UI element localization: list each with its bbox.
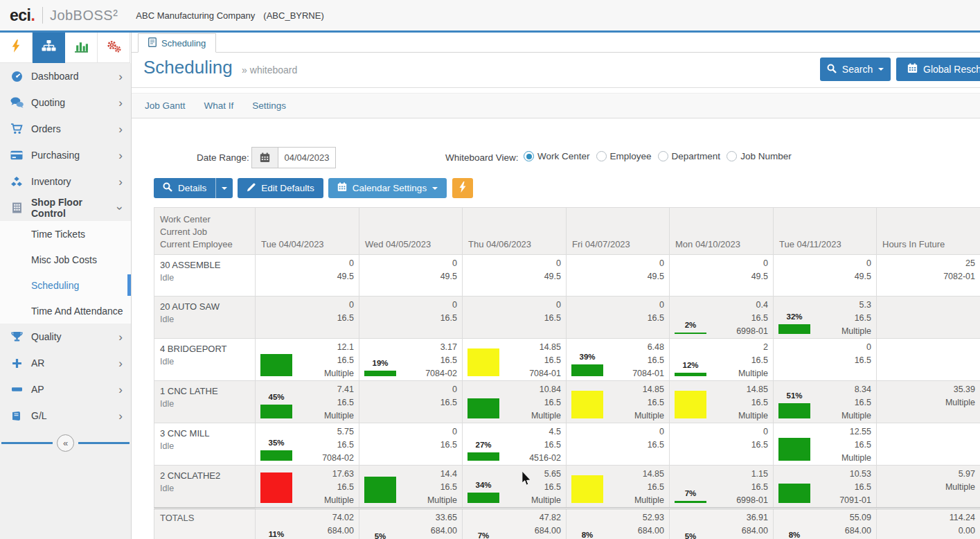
sidebar-item-shop-floor-control[interactable]: Shop Floor Control› xyxy=(0,195,131,221)
schedule-cell[interactable]: 5%33.65684.00 xyxy=(359,509,463,539)
schedule-cell[interactable]: 51%8.3416.5Multiple xyxy=(774,381,877,423)
schedule-cell[interactable]: 049.5 xyxy=(463,255,567,297)
schedule-cell[interactable] xyxy=(877,423,980,466)
schedule-cell[interactable]: 016.5 xyxy=(359,297,463,339)
sidebar-item-quoting[interactable]: Quoting› xyxy=(0,89,131,116)
subnav-link-settings[interactable]: Settings xyxy=(252,100,286,111)
schedule-cell[interactable]: 049.5 xyxy=(567,255,670,297)
schedule-cell[interactable]: 35%5.7516.57084-02 xyxy=(256,423,359,466)
radio-employee[interactable]: Employee xyxy=(596,151,652,161)
work-center-cell[interactable]: 4 BRIDGEPORTIdle xyxy=(154,339,256,381)
chevron-right-icon: › xyxy=(118,410,123,422)
schedule-cell[interactable]: 73%12.116.5Multiple xyxy=(256,339,359,381)
lightning-icon xyxy=(458,182,467,195)
schedule-cell[interactable]: 90%14.8516.5Multiple xyxy=(567,381,670,423)
calendar-picker-icon[interactable] xyxy=(251,147,278,168)
sidebar-item-orders[interactable]: Orders› xyxy=(0,116,131,142)
schedule-cell[interactable]: 90%14.8516.57084-01 xyxy=(463,339,567,381)
tab-scheduling[interactable]: Scheduling xyxy=(138,33,216,53)
sidebar-item-ap[interactable]: AP› xyxy=(0,376,131,403)
schedule-cell[interactable]: 2%0.416.56998-01 xyxy=(670,297,774,339)
sidebar-item-purchasing[interactable]: Purchasing› xyxy=(0,142,131,168)
sidebar-item-ar[interactable]: AR› xyxy=(0,350,131,376)
calendar-icon xyxy=(337,182,347,194)
work-center-cell[interactable]: 1 CNC LATHEIdle xyxy=(154,381,256,423)
schedule-cell[interactable]: 016.5 xyxy=(567,423,670,466)
schedule-cell[interactable]: 257082-01 xyxy=(877,255,980,297)
schedule-cell[interactable]: 016.5 xyxy=(774,339,877,381)
schedule-cell[interactable]: 016.5 xyxy=(670,423,774,466)
schedule-cell[interactable]: 66%10.8416.5Multiple xyxy=(463,381,567,423)
schedule-cell[interactable]: 5%36.91684.00 xyxy=(670,509,774,539)
radio-work-center[interactable]: Work Center xyxy=(524,151,590,161)
sidebar-item-quality[interactable]: Quality› xyxy=(0,324,131,350)
sidebar-item-time-tickets[interactable]: Time Tickets xyxy=(0,221,131,247)
schedule-cell[interactable]: 7%1.1516.56998-01 xyxy=(670,466,774,509)
date-range-input[interactable] xyxy=(278,147,336,168)
schedule-cell[interactable]: 35.39Multiple xyxy=(877,381,980,423)
radio-selected-icon[interactable] xyxy=(524,151,534,161)
work-center-cell[interactable]: 20 AUTO SAWIdle xyxy=(154,297,256,339)
work-center-cell[interactable]: 2 CNCLATHE2Idle xyxy=(154,466,256,509)
schedule-cell[interactable]: 90%14.8516.5Multiple xyxy=(670,381,774,423)
schedule-cell[interactable]: 8%55.09684.00 xyxy=(774,509,877,539)
schedule-cell[interactable]: 049.5 xyxy=(670,255,774,297)
filters-row: Date Range: Whiteboard View: Work Center… xyxy=(132,147,980,169)
sidebar-item-scheduling[interactable]: Scheduling xyxy=(0,272,131,298)
edit-defaults-button[interactable]: Edit Defaults xyxy=(238,178,323,198)
schedule-cell[interactable]: 64%10.5316.57091-01 xyxy=(774,466,877,509)
sidebar-item-g-l[interactable]: G/L› xyxy=(0,403,131,429)
work-center-cell[interactable]: 3 CNC MILLIdle xyxy=(154,423,256,466)
global-reschedule-button[interactable]: Global Resch xyxy=(896,58,980,81)
toolbar-tile-gears-icon[interactable] xyxy=(98,33,130,63)
schedule-cell[interactable]: 016.5 xyxy=(256,297,359,339)
schedule-cell[interactable]: 7%47.82684.00 xyxy=(463,509,567,539)
schedule-cell[interactable] xyxy=(877,297,980,339)
schedule-cell[interactable] xyxy=(877,339,980,381)
toolbar-tile-bar-chart-icon[interactable] xyxy=(65,33,98,63)
radio-unselected-icon[interactable] xyxy=(727,151,737,161)
radio-unselected-icon[interactable] xyxy=(596,151,607,161)
calendar-settings-button[interactable]: Calendar Settings xyxy=(328,178,447,198)
schedule-cell[interactable]: 76%12.5516.5Multiple xyxy=(774,423,877,466)
schedule-cell[interactable]: 87%14.416.5Multiple xyxy=(359,466,463,509)
sidebar-item-time-and-attendance[interactable]: Time And Attendance xyxy=(0,298,131,324)
subnav-link-what-if[interactable]: What If xyxy=(204,100,234,111)
schedule-cell[interactable]: 049.5 xyxy=(774,255,877,297)
sidebar-item-misc-job-costs[interactable]: Misc Job Costs xyxy=(0,247,131,272)
schedule-cell[interactable]: 8%52.93684.00 xyxy=(567,509,670,539)
sidebar-collapse-button[interactable]: « xyxy=(57,434,74,452)
schedule-cell[interactable]: 114.240.00 xyxy=(877,509,980,539)
toolbar-tile-lightning-icon[interactable] xyxy=(0,33,33,63)
quick-action-lightning-button[interactable] xyxy=(452,178,473,198)
radio-job-number[interactable]: Job Number xyxy=(727,151,792,161)
schedule-cell[interactable]: 016.5 xyxy=(359,381,463,423)
sidebar-item-inventory[interactable]: Inventory› xyxy=(0,168,131,195)
schedule-cell[interactable]: 049.5 xyxy=(256,255,359,297)
schedule-cell[interactable]: 27%4.516.54516-02 xyxy=(463,423,567,466)
schedule-cell[interactable]: 049.5 xyxy=(359,255,463,297)
radio-unselected-icon[interactable] xyxy=(658,151,668,161)
details-button[interactable]: Details xyxy=(154,178,215,198)
schedule-cell[interactable]: 5.97Multiple xyxy=(877,466,980,509)
schedule-cell[interactable]: 016.5 xyxy=(567,297,670,339)
details-dropdown-button[interactable] xyxy=(215,178,233,198)
subnav-link-job-gantt[interactable]: Job Gantt xyxy=(145,100,186,111)
schedule-cell[interactable]: 32%5.316.5Multiple xyxy=(774,297,877,339)
utilization-badge: 11% xyxy=(260,509,292,539)
schedule-cell[interactable]: 90%14.8516.5Multiple xyxy=(567,466,670,509)
schedule-cell[interactable]: 11%74.02684.00 xyxy=(256,509,359,539)
schedule-cell[interactable]: 016.5 xyxy=(359,423,463,466)
work-center-cell[interactable]: 30 ASSEMBLEIdle xyxy=(154,255,256,297)
schedule-cell[interactable]: 12%216.5Multiple xyxy=(670,339,774,381)
schedule-cell[interactable]: 19%3.1716.57084-02 xyxy=(359,339,463,381)
radio-department[interactable]: Department xyxy=(658,151,721,161)
schedule-cell[interactable]: 39%6.4816.57084-01 xyxy=(567,339,670,381)
sidebar-item-dashboard[interactable]: Dashboard› xyxy=(0,63,131,89)
schedule-cell[interactable]: 107%17.6316.5Multiple xyxy=(256,466,359,509)
search-button[interactable]: Search xyxy=(820,58,891,81)
schedule-cell[interactable]: 45%7.4116.5Multiple xyxy=(256,381,359,423)
schedule-cell[interactable]: 016.5 xyxy=(463,297,567,339)
toolbar-tile-hierarchy-icon[interactable] xyxy=(33,33,65,63)
schedule-cell[interactable]: 34%5.6516.5Multiple xyxy=(463,466,567,509)
